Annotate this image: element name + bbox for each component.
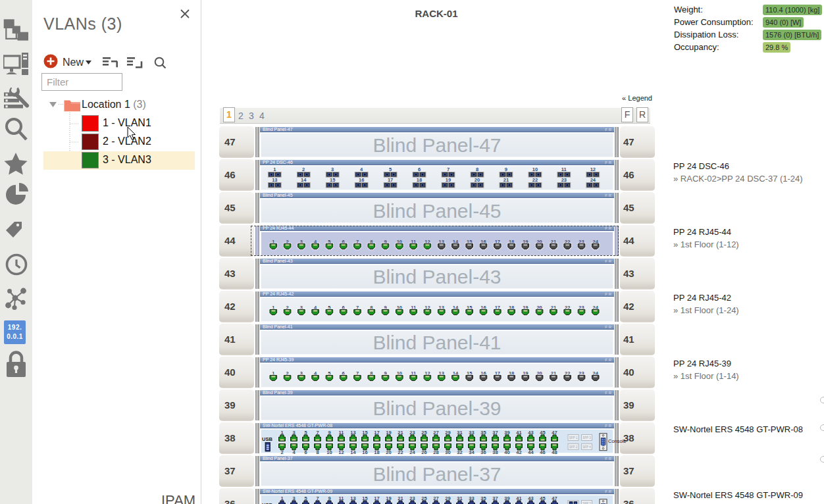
svg-text:5: 5 [389,166,392,172]
svg-text:15: 15 [330,177,335,183]
svg-text:14: 14 [350,449,356,455]
svg-text:SFP 1: SFP 1 [569,436,578,440]
svg-text:46: 46 [540,449,545,455]
svg-text:26: 26 [421,449,426,455]
svg-text:44: 44 [528,449,534,455]
svg-text:30: 30 [445,449,450,455]
svg-text:36: 36 [480,449,486,455]
svg-text:2: 2 [280,449,283,455]
svg-text:3: 3 [331,166,334,172]
svg-text:48: 48 [552,449,557,455]
svg-text:32: 32 [457,449,462,455]
svg-text:22: 22 [398,449,403,455]
svg-text:12: 12 [590,166,596,172]
svg-text:16: 16 [359,177,364,183]
svg-text:18: 18 [374,449,379,455]
svg-text:SFP 4: SFP 4 [582,445,591,449]
svg-text:20: 20 [386,449,391,455]
svg-text:13: 13 [272,177,277,183]
svg-text:4: 4 [360,166,363,172]
svg-text:10: 10 [532,166,538,172]
svg-text:18: 18 [417,177,422,183]
svg-text:2: 2 [302,166,305,172]
svg-text:17: 17 [388,177,393,183]
svg-text:12: 12 [338,449,344,455]
svg-text:8: 8 [316,449,319,455]
svg-text:19: 19 [446,177,451,183]
svg-text:7: 7 [447,166,450,172]
svg-text:SFP 3: SFP 3 [582,436,591,440]
svg-text:20: 20 [475,177,480,183]
svg-text:40: 40 [504,449,509,455]
svg-text:28: 28 [433,449,438,455]
svg-text:SFP 2: SFP 2 [569,445,578,449]
svg-text:16: 16 [362,449,367,455]
svg-text:USB: USB [262,436,272,442]
svg-text:22: 22 [532,177,538,183]
svg-text:38: 38 [492,449,498,455]
svg-text:9: 9 [505,166,507,172]
svg-text:34: 34 [469,449,475,455]
svg-text:6: 6 [304,449,307,455]
svg-text:21: 21 [503,177,509,183]
svg-text:11: 11 [561,166,567,172]
svg-text:42: 42 [516,449,521,455]
svg-text:24: 24 [409,449,415,455]
svg-text:6: 6 [418,166,421,172]
svg-text:10: 10 [326,449,332,455]
svg-text:14: 14 [301,177,307,183]
svg-text:23: 23 [561,177,567,183]
svg-text:24: 24 [590,177,596,183]
svg-text:8: 8 [476,166,478,172]
svg-text:1: 1 [273,166,276,172]
